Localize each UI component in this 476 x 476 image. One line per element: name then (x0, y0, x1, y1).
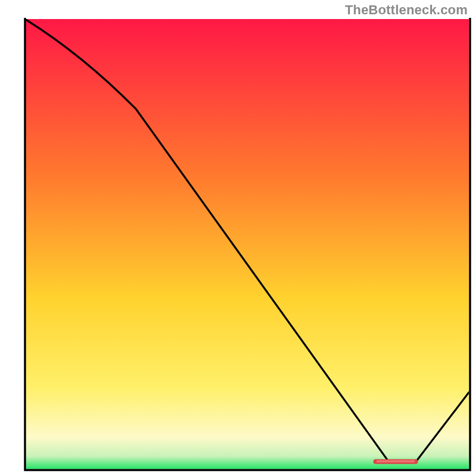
chart-svg (0, 0, 476, 476)
watermark-text: TheBottleneck.com (345, 2, 468, 18)
gradient-background (25, 19, 469, 469)
chart-container: TheBottleneck.com (0, 0, 476, 476)
